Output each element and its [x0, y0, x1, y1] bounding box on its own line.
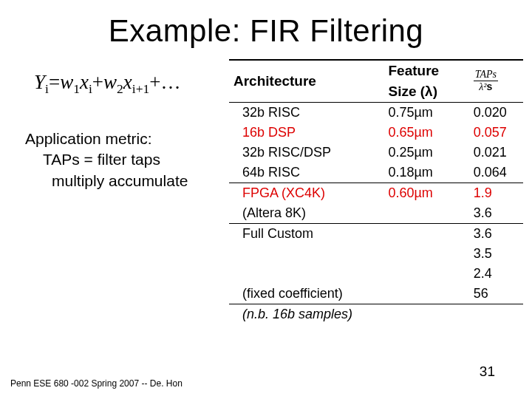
cell-taps: 1.9: [469, 183, 523, 204]
cell-architecture: 32b RISC/DSP: [229, 143, 383, 163]
slide-footer: Penn ESE 680 -002 Spring 2007 -- De. Hon: [10, 378, 183, 389]
table-row: 32b RISC0.75µm0.020: [229, 103, 523, 123]
metric-line-3: multiply accumulate: [25, 171, 188, 191]
taps-num: TAPs: [474, 69, 498, 81]
cell-feature-size: [383, 224, 468, 245]
cell-architecture: FPGA (XC4K): [229, 183, 383, 204]
cell-taps: 0.020: [469, 103, 523, 123]
table-row: 3.5: [229, 244, 523, 264]
th-architecture: Architecture: [229, 60, 383, 103]
th-taps: TAPs λ²s: [469, 60, 523, 103]
eqn-eq: =: [49, 71, 60, 93]
cell-architecture: 32b RISC: [229, 103, 383, 123]
page-number: 31: [480, 364, 495, 380]
cell-feature-size: 0.25µm: [383, 143, 468, 163]
cell-feature-size: [383, 264, 468, 284]
table-row: FPGA (XC4K)0.60µm1.9: [229, 183, 523, 204]
cell-feature-size: 0.75µm: [383, 103, 468, 123]
table-row: 32b RISC/DSP0.25µm0.021: [229, 143, 523, 163]
metric-line-2: TAPs = filter taps: [25, 149, 188, 170]
table-row: (Altera 8K)3.6: [229, 203, 523, 224]
eqn-x1: x: [80, 71, 89, 93]
cell-architecture: [229, 244, 383, 264]
cell-architecture: (fixed coefficient): [229, 284, 383, 304]
eqn-w1sub: 1: [73, 81, 80, 96]
cell-feature-size: 0.60µm: [383, 183, 468, 204]
slide-title: Example: FIR Filtering: [0, 13, 532, 49]
eqn-w2: w: [103, 71, 117, 93]
th-feature-bot: Size (λ): [383, 81, 468, 103]
cell-feature-size: 0.65µm: [383, 123, 468, 143]
cell-taps: 2.4: [469, 264, 523, 284]
table-row: 16b DSP0.65µm0.057: [229, 123, 523, 143]
cell-architecture: Full Custom: [229, 224, 383, 245]
taps-s: s: [487, 81, 493, 92]
cell-feature-size: [383, 244, 468, 264]
cell-taps: 0.021: [469, 143, 523, 163]
eqn-x2: x: [123, 71, 132, 93]
table-row: 2.4: [229, 264, 523, 284]
cell-taps: 0.057: [469, 123, 523, 143]
cell-taps: 3.6: [469, 203, 523, 224]
cell-taps: 3.5: [469, 244, 523, 264]
table-row: Full Custom3.6: [229, 224, 523, 245]
table-note: (n.b. 16b samples): [229, 304, 523, 325]
eqn-plus1: +: [92, 71, 103, 93]
eqn-w2sub: 2: [117, 81, 123, 96]
table: Architecture Feature TAPs λ²s Size (λ) 3…: [229, 59, 523, 324]
eqn-Y: Y: [34, 71, 45, 93]
table-row: 64b RISC0.18µm0.064: [229, 163, 523, 183]
cell-feature-size: 0.18µm: [383, 163, 468, 183]
architecture-table: Architecture Feature TAPs λ²s Size (λ) 3…: [229, 59, 523, 324]
cell-feature-size: [383, 203, 468, 224]
cell-architecture: 64b RISC: [229, 163, 383, 183]
table-body: 32b RISC0.75µm0.02016b DSP0.65µm0.05732b…: [229, 103, 523, 325]
fir-equation: Yi=w1xi+w2xi+1+…: [34, 71, 181, 94]
cell-feature-size: [383, 284, 468, 304]
table-header-row: Architecture Feature TAPs λ²s: [229, 60, 523, 81]
table-note-row: (n.b. 16b samples): [229, 304, 523, 325]
cell-taps: 56: [469, 284, 523, 304]
cell-taps: 0.064: [469, 163, 523, 183]
eqn-w1: w: [60, 71, 73, 93]
taps-den: λ²: [479, 81, 486, 92]
cell-architecture: 16b DSP: [229, 123, 383, 143]
eqn-tail: +…: [149, 71, 180, 93]
table-row: (fixed coefficient)56: [229, 284, 523, 304]
slide: Example: FIR Filtering Yi=w1xi+w2xi+1+… …: [0, 0, 532, 399]
taps-fraction-icon: TAPs λ²s: [474, 69, 498, 92]
application-metric: Application metric: TAPs = filter taps m…: [25, 129, 188, 191]
cell-architecture: [229, 264, 383, 284]
eqn-x2sub: i+1: [132, 81, 150, 96]
metric-line-1: Application metric:: [25, 129, 188, 149]
th-feature-top: Feature: [383, 60, 468, 81]
cell-architecture: (Altera 8K): [229, 203, 383, 224]
cell-taps: 3.6: [469, 224, 523, 245]
